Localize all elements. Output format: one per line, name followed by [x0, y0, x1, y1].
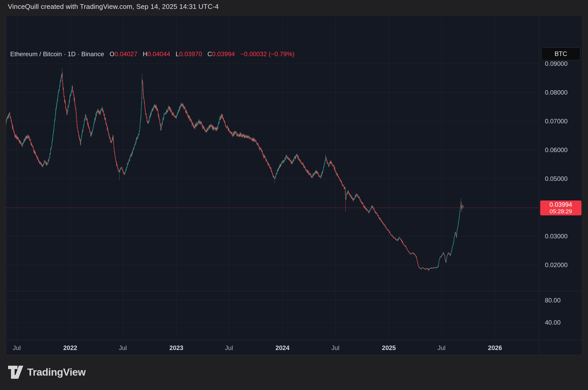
- last-price-value: 0.03994: [550, 201, 572, 208]
- legend-low: L0.03970: [176, 50, 202, 58]
- currency-toggle-button[interactable]: BTC: [541, 47, 580, 60]
- time-axis-label: Jul: [119, 344, 127, 352]
- tradingview-logo-text: TradingView: [27, 366, 86, 378]
- price-axis-label: 0.02000: [545, 261, 568, 269]
- time-axis-label: 2025: [382, 344, 396, 352]
- legend-open: O0.04027: [109, 50, 137, 58]
- legend-close: C0.03994: [207, 50, 235, 58]
- legend-high: H0.04044: [143, 50, 170, 58]
- time-axis-label: 2023: [169, 344, 183, 352]
- time-axis-label: Jul: [225, 344, 233, 352]
- chart-legend: Ethereum / Bitcoin · 1D · Binance O0.040…: [10, 50, 295, 58]
- time-axis-label: 2026: [488, 344, 502, 352]
- indicator-axis-label: 80.00: [545, 297, 561, 304]
- page-title: VinceQuill created with TradingView.com,…: [8, 3, 219, 11]
- chart-container: Ethereum / Bitcoin · 1D · Binance O0.040…: [6, 15, 582, 355]
- legend-symbol: Ethereum / Bitcoin · 1D · Binance: [10, 50, 104, 58]
- price-axis-label: 0.06000: [545, 146, 568, 154]
- last-price-label[interactable]: 0.03994 05:28:29: [540, 200, 581, 215]
- time-axis-label: Jul: [437, 344, 446, 352]
- price-axis-label: 0.09000: [545, 60, 568, 67]
- candlestick-chart[interactable]: [6, 15, 583, 355]
- price-axis-label: 0.03000: [545, 233, 568, 240]
- price-axis-label: 0.08000: [545, 89, 568, 96]
- time-axis-label: Jul: [331, 344, 339, 352]
- price-axis-label: 0.07000: [545, 118, 568, 125]
- price-axis-label: 0.05000: [545, 175, 568, 182]
- bar-countdown: 05:28:29: [550, 208, 572, 215]
- tradingview-logo[interactable]: TradingView: [8, 365, 86, 379]
- time-axis-label: 2024: [275, 344, 289, 352]
- indicator-axis-label: 40.00: [545, 319, 561, 326]
- time-axis-label: 2022: [63, 344, 77, 352]
- legend-change: −0.00032 (−0.79%): [240, 50, 294, 58]
- time-axis-label: Jul: [13, 344, 21, 352]
- tradingview-logo-icon: [8, 365, 24, 379]
